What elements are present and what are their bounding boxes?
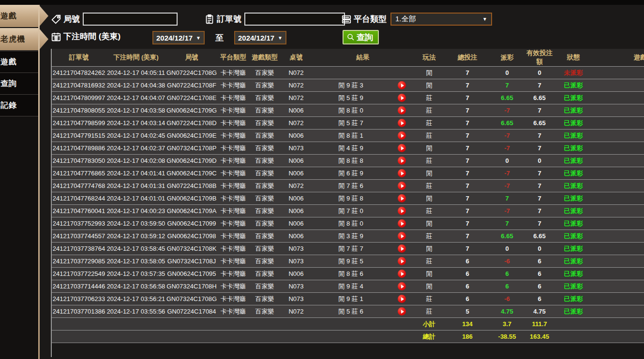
bet-time-label: 下注時間 (美東) [63,31,120,42]
play-video-icon[interactable] [398,282,406,290]
play-video-icon[interactable] [398,106,406,115]
play-type-cell: 莊 [414,155,445,167]
payout-cell: 0 [490,67,524,79]
round-no-cell: GN07224C1708D [166,117,217,129]
platform-cell: 卡卡灣廳 [217,192,249,205]
order-no-cell: 241217037706233 [52,293,106,305]
play-type-cell: 莊 [414,92,445,104]
play-video-icon[interactable] [398,94,406,102]
round-no-cell: GN07224C1708F [166,79,217,92]
payout-cell: 7 [490,79,524,92]
result-cell: 閒 9 莊 3 [312,79,389,92]
play-video-icon[interactable] [398,270,406,278]
payout-cell: 4.75 [490,305,524,318]
total-bet-cell: 7 [445,67,490,79]
platform-cell: 卡卡灣廳 [217,167,249,180]
sidebar-item-1[interactable]: 遊戲 [0,5,48,27]
game-cell [592,117,644,129]
play-video-icon[interactable] [398,194,406,202]
calendar-icon [51,31,61,42]
game-cell [592,255,644,268]
clipboard-icon [204,14,215,25]
table-no-cell: N073 [280,293,312,305]
payout-cell: 6 [490,268,524,280]
play-video-icon[interactable] [398,182,406,190]
play-video-icon[interactable] [398,244,406,253]
game-type-cell: 百家樂 [249,180,280,192]
play-video-icon[interactable] [398,232,406,240]
play-video-icon[interactable] [398,81,406,89]
platform-cell: 卡卡灣廳 [217,67,249,79]
search-button[interactable]: 查詢 [343,30,379,44]
bet-time-cell: 2024-12-17 04:05:11 [106,67,166,79]
col-order-no: 訂單號 [52,49,106,67]
date-to-picker[interactable]: 2024/12/17 ▼ [234,31,286,44]
order-no-cell: 241217047791515 [52,129,106,142]
total-bet-cell: 7 [445,142,490,155]
play-cell [389,205,414,217]
order-no-cell: 241217047789886 [52,142,106,155]
bet-time-cell: 2024-12-17 04:04:38 [106,79,166,92]
round-no-label: 局號 [63,14,80,25]
result-cell: 閒 7 莊 7 [312,243,389,255]
subtotal-payout: 3.7 [490,318,524,330]
col-platform-type: 平台類型 [217,49,249,67]
play-video-icon[interactable] [398,207,406,215]
play-type-cell: 莊 [414,205,445,217]
status-cell: 已派彩 [555,293,592,305]
valid-bet-cell: 7 [524,104,555,117]
play-type-cell: 莊 [414,230,445,243]
total-bet-cell: 7 [445,155,490,167]
play-type-cell: 閒 [414,67,445,79]
play-video-icon[interactable] [398,169,406,177]
sidebar-item-label: 老虎機 [0,34,25,44]
game-type-cell: 百家樂 [249,305,280,318]
order-no-input[interactable] [244,13,345,26]
total-bet-cell: 6 [445,280,490,293]
play-video-icon[interactable] [398,219,406,228]
sidebar-item-5[interactable]: 記錄 [0,94,39,116]
platform-cell: 卡卡灣廳 [217,230,249,243]
payout-cell: 0 [490,243,524,255]
valid-bet-cell: 7 [524,142,555,155]
game-type-cell: 百家樂 [249,129,280,142]
table-no-cell: N006 [280,217,312,230]
play-cell [389,92,414,104]
table-no-cell: N072 [280,79,312,92]
total-bet-cell: 7 [445,230,490,243]
play-video-icon[interactable] [398,144,406,152]
total-bet-cell: 6 [445,268,490,280]
date-from-picker[interactable]: 2024/12/17 ▼ [152,31,205,44]
play-video-icon[interactable] [398,257,406,265]
bet-time-cell: 2024-12-17 04:03:14 [106,117,166,129]
table-row: 2412170477915152024-12-17 04:02:45GN0062… [52,129,644,142]
valid-bet-cell: 6 [524,268,555,280]
play-video-icon[interactable] [398,295,406,303]
game-cell [592,129,644,142]
play-video-icon[interactable] [398,131,406,140]
payout-cell: -7 [490,142,524,155]
game-type-cell: 百家樂 [249,79,280,92]
platform-type-select[interactable]: 1.全部 ▼ [390,13,492,26]
table-no-cell: N072 [280,67,312,79]
sidebar-item-4[interactable]: 查詢 [0,72,39,95]
table-no-cell: N006 [280,104,312,117]
play-video-icon[interactable] [398,119,406,127]
round-no-cell: GN00624C1709C [166,167,217,180]
play-type-cell: 閒 [414,217,445,230]
table-no-cell: N072 [280,305,312,318]
grand-total-row: 總計 186 -38.55 163.45 [52,330,644,343]
round-no-cell: GN00624C1709D [166,155,217,167]
bet-time-cell: 2024-12-17 03:58:05 [106,255,166,268]
platform-cell: 卡卡灣廳 [217,142,249,155]
platform-type-value: 1.全部 [395,14,416,24]
sidebar-item-2[interactable]: 老虎機 [0,28,48,50]
sidebar-item-3[interactable]: 遊戲 [0,51,39,73]
play-type-cell: 閒 [414,167,445,180]
play-video-icon[interactable] [398,307,406,316]
table-no-cell: N072 [280,92,312,104]
game-type-cell: 百家樂 [249,142,280,155]
platform-type-label: 平台類型 [354,14,387,25]
round-no-input[interactable] [83,13,178,26]
play-video-icon[interactable] [398,157,406,165]
